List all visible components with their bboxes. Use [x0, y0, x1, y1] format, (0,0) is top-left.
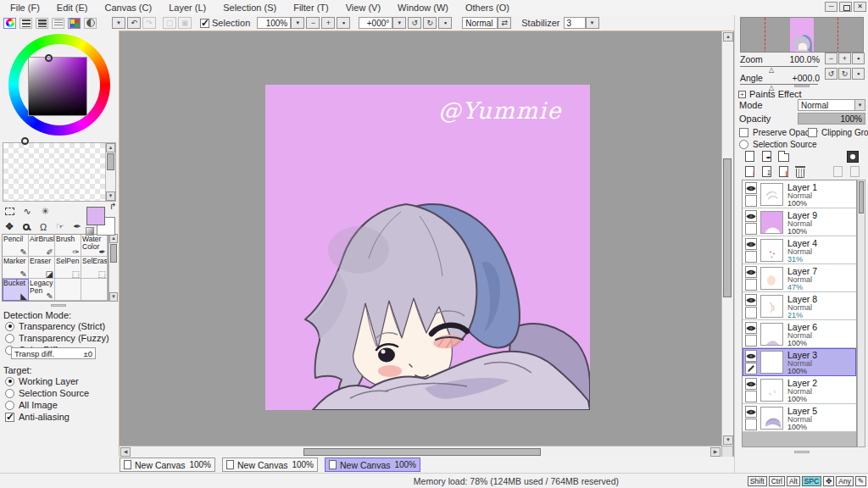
layer-row-layer-4[interactable]: Layer 4Normal31%: [743, 236, 856, 264]
clear-layer-icon[interactable]: ▮: [776, 164, 791, 179]
layer-visibility-icon[interactable]: [745, 350, 757, 362]
paints-effect-header[interactable]: + Paints Effect: [738, 89, 802, 99]
layer-thumbnail[interactable]: [760, 211, 783, 234]
zoom-dropdown-button[interactable]: ▼: [291, 17, 304, 29]
scroll-up-icon[interactable]: ▲: [106, 143, 115, 152]
target-option-selection-source[interactable]: Selection Source: [5, 388, 89, 398]
menu-item-file-f[interactable]: File (F): [2, 1, 48, 14]
canvas-horizontal-scrollbar[interactable]: ◀ ▶: [120, 446, 721, 458]
invert-selection-button[interactable]: ▣: [178, 17, 192, 29]
scroll-down-icon[interactable]: ▼: [109, 292, 118, 302]
clipping-group-checkbox[interactable]: [808, 128, 817, 137]
transfer-down-icon[interactable]: ↓: [742, 164, 757, 179]
paste-layer-icon[interactable]: [847, 164, 862, 179]
close-icon[interactable]: ✕: [854, 2, 866, 12]
copy-layer-icon[interactable]: [830, 164, 845, 179]
layer-row-layer-6[interactable]: Layer 6Normal100%: [743, 320, 856, 348]
layer-row-layer-1[interactable]: Layer 1Normal100%: [743, 180, 856, 208]
target-option-all-image[interactable]: All Image: [5, 400, 58, 410]
layer-visibility-icon[interactable]: [745, 322, 757, 334]
scroll-right-icon[interactable]: ▶: [710, 447, 721, 457]
menu-item-edit-e[interactable]: Edit (E): [48, 1, 97, 14]
sv-marker[interactable]: [45, 54, 53, 62]
menu-item-layer-l[interactable]: Layer (L): [160, 1, 214, 14]
layer-thumbnail[interactable]: [760, 239, 783, 262]
layer-option-box[interactable]: [745, 195, 757, 207]
canvas-vertical-scrollbar[interactable]: ▲ ▼: [721, 31, 733, 446]
minimize-icon[interactable]: ─: [825, 2, 837, 12]
gradient-swatch-icon[interactable]: [86, 227, 94, 236]
nav-zoom-in-button[interactable]: +: [838, 53, 851, 64]
nav-rotate-cw-button[interactable]: ↻: [838, 68, 851, 80]
layer-mask-icon[interactable]: [845, 149, 860, 164]
chevron-down-icon[interactable]: ▼: [854, 100, 865, 110]
saturation-value-box[interactable]: [28, 57, 87, 116]
scroll-up-icon[interactable]: ▲: [723, 32, 733, 42]
layer-option-box[interactable]: [745, 335, 757, 347]
new-linework-layer-icon[interactable]: ✒: [759, 149, 774, 164]
expand-icon[interactable]: +: [738, 91, 746, 98]
swatches-panel-icon[interactable]: [68, 18, 81, 29]
menu-item-view-v[interactable]: View (V): [337, 1, 389, 14]
preserve-opacity-option[interactable]: Preserve Opacity: [739, 128, 818, 137]
layer-row-layer-9[interactable]: Layer 9Normal100%: [743, 208, 856, 236]
rotate-cw-button[interactable]: ↻: [423, 17, 437, 29]
view-mode-field[interactable]: Normal: [462, 17, 498, 29]
nav-zoom-reset-button[interactable]: ▪: [852, 53, 865, 64]
preserve-opacity-checkbox[interactable]: [739, 128, 748, 137]
selection-source-option[interactable]: Selection Source: [739, 140, 817, 149]
layer-visibility-icon[interactable]: [745, 210, 757, 222]
antialiasing-option[interactable]: Anti-aliasing: [5, 412, 70, 422]
scroll-down-icon[interactable]: ▼: [106, 191, 115, 201]
layer-visibility-icon[interactable]: [745, 406, 757, 418]
scratchpad-panel-icon[interactable]: [84, 18, 97, 29]
angle-dropdown-button[interactable]: ▼: [392, 17, 406, 29]
primary-color-swatch[interactable]: [86, 207, 105, 225]
nav-zoom-out-button[interactable]: −: [825, 53, 837, 64]
deselect-button[interactable]: ▢: [163, 17, 176, 29]
panel-resize-grip[interactable]: [794, 451, 810, 453]
lasso-tool-icon[interactable]: ∿: [20, 205, 34, 218]
restore-icon[interactable]: [839, 2, 852, 12]
mixer-panel-icon[interactable]: [52, 18, 64, 29]
document-tab[interactable]: New Canvas.sai100%: [325, 458, 420, 472]
menu-item-canvas-c[interactable]: Canvas (C): [97, 1, 161, 14]
menu-item-selection-s[interactable]: Selection (S): [214, 1, 285, 14]
zoom-reset-button[interactable]: ▪: [337, 17, 350, 29]
tool-airbrush[interactable]: AirBrush✐: [29, 235, 55, 257]
menu-item-others-o[interactable]: Others (O): [457, 1, 518, 14]
tool-marker[interactable]: Marker✎: [3, 257, 29, 279]
layer-row-layer-2[interactable]: Layer 2Normal100%: [743, 376, 856, 404]
layer-visibility-icon[interactable]: [745, 182, 757, 194]
navigator-preview[interactable]: [740, 17, 864, 53]
marquee-tool-icon[interactable]: [3, 205, 16, 218]
document-tab[interactable]: New Canvas.sai100%: [120, 458, 215, 472]
layer-thumbnail[interactable]: [760, 407, 783, 430]
layer-thumbnail[interactable]: [760, 183, 783, 206]
new-layer-set-icon[interactable]: [776, 149, 791, 164]
eyedropper-tool-icon[interactable]: ✒: [70, 220, 84, 233]
document-tab[interactable]: New Canvas.sai100%: [222, 458, 318, 472]
detection-option-transparency-fuzzy[interactable]: Transparency (Fuzzy): [5, 333, 109, 343]
layer-option-box[interactable]: [745, 391, 757, 402]
tool-selpen[interactable]: SelPen⬚: [55, 257, 81, 279]
layer-option-box[interactable]: [745, 307, 757, 319]
transp-diff-input[interactable]: Transp diff. ±0: [11, 347, 96, 359]
zoom-field[interactable]: 100%: [257, 17, 291, 29]
tool-seleras[interactable]: SelEras⬚: [81, 257, 108, 279]
layer-mode-dropdown[interactable]: Normal ▼: [798, 99, 865, 111]
target-option-working-layer[interactable]: Working Layer: [5, 376, 79, 386]
layer-option-box[interactable]: [745, 279, 757, 291]
tool-grid-scrollbar[interactable]: ▲ ▼: [108, 234, 118, 302]
zoom-tool-icon[interactable]: [19, 220, 33, 233]
delete-layer-icon[interactable]: [793, 164, 808, 179]
clipping-group-option[interactable]: Clipping Group: [808, 128, 868, 137]
layer-row-layer-8[interactable]: Layer 8Normal21%: [743, 292, 856, 320]
undo-button[interactable]: ↶: [127, 17, 141, 29]
layer-row-layer-5[interactable]: Layer 5Normal100%: [743, 404, 856, 432]
hand-tool-icon[interactable]: ☞: [53, 220, 67, 233]
merge-down-icon[interactable]: ↧: [759, 164, 774, 179]
tool-eraser[interactable]: Eraser◪: [29, 257, 55, 279]
flip-view-button[interactable]: ⇄: [498, 17, 511, 29]
stabilizer-dropdown-button[interactable]: ▼: [586, 17, 599, 29]
